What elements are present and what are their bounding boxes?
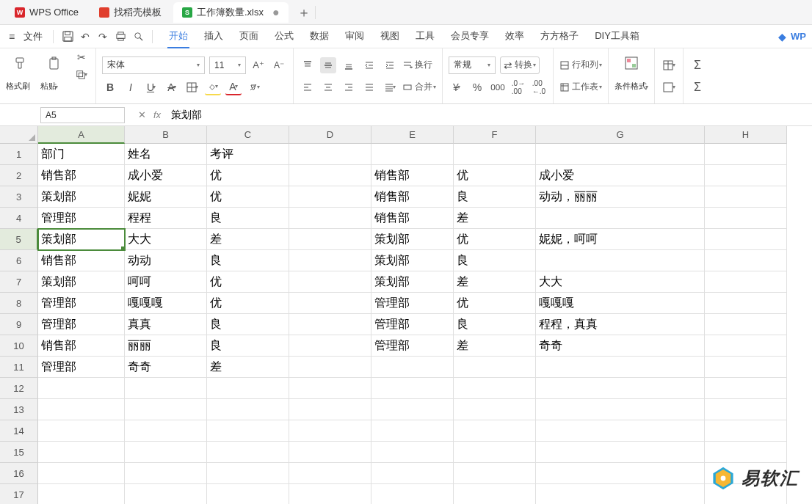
- italic-icon[interactable]: I: [123, 79, 139, 95]
- cell-E8[interactable]: 管理部: [371, 293, 454, 314]
- cell-C8[interactable]: 优: [207, 293, 289, 314]
- sum-dropdown-icon[interactable]: Σ: [689, 79, 706, 95]
- cell-E12[interactable]: [371, 378, 454, 399]
- decrease-font-icon[interactable]: A⁻: [271, 57, 287, 73]
- row-header-11[interactable]: 11: [0, 357, 38, 378]
- cell-F3[interactable]: 良: [454, 186, 536, 208]
- cell-B10[interactable]: 丽丽: [125, 335, 207, 357]
- cell-A3[interactable]: 策划部: [38, 186, 125, 208]
- cond-format-button[interactable]: 条件格式▾: [615, 81, 648, 92]
- cell-B14[interactable]: [125, 420, 207, 442]
- cell-D7[interactable]: [289, 271, 371, 293]
- decrease-indent-icon[interactable]: [361, 57, 377, 73]
- underline-icon[interactable]: U▾: [143, 79, 159, 95]
- cell-B9[interactable]: 真真: [125, 314, 207, 335]
- cell-C10[interactable]: 良: [207, 335, 289, 357]
- paste-label[interactable]: 粘贴▾: [40, 81, 58, 92]
- cell-G3[interactable]: 动动，丽丽: [536, 186, 705, 208]
- app-tab-workbook[interactable]: S 工作簿数量.xlsx ●: [173, 2, 289, 23]
- select-all-button[interactable]: [0, 126, 38, 144]
- column-header-E[interactable]: E: [371, 126, 454, 144]
- column-header-G[interactable]: G: [536, 126, 705, 144]
- increase-decimal-icon[interactable]: .00←.0: [531, 79, 547, 95]
- cell-B3[interactable]: 妮妮: [125, 186, 207, 208]
- cell-E5[interactable]: 策划部: [371, 229, 454, 250]
- increase-font-icon[interactable]: A⁺: [250, 57, 267, 73]
- decrease-decimal-icon[interactable]: .0→.00: [510, 79, 526, 95]
- cell-F2[interactable]: 优: [454, 165, 536, 186]
- clear-format-icon[interactable]: ▾: [246, 79, 262, 95]
- cell-E6[interactable]: 策划部: [371, 250, 454, 271]
- format-table-icon[interactable]: ▾: [661, 57, 677, 73]
- cell-A5[interactable]: 策划部: [38, 229, 125, 250]
- cell-G15[interactable]: [536, 442, 705, 463]
- cell-E15[interactable]: [371, 442, 454, 463]
- cell-D3[interactable]: [289, 186, 371, 208]
- row-header-3[interactable]: 3: [0, 186, 38, 208]
- strikethrough-icon[interactable]: A▾: [164, 79, 180, 95]
- cell-B2[interactable]: 成小爱: [125, 165, 207, 186]
- row-header-8[interactable]: 8: [0, 293, 38, 314]
- row-header-13[interactable]: 13: [0, 399, 38, 420]
- cell-B8[interactable]: 嘎嘎嘎: [125, 293, 207, 314]
- cell-A17[interactable]: [38, 484, 125, 504]
- cell-B4[interactable]: 程程: [125, 208, 207, 229]
- fx-icon[interactable]: fx: [153, 109, 161, 120]
- row-header-6[interactable]: 6: [0, 250, 38, 271]
- cell-G4[interactable]: [536, 208, 705, 229]
- cell-G1[interactable]: [536, 144, 705, 165]
- align-top-icon[interactable]: [300, 57, 316, 73]
- currency-icon[interactable]: ¥▾: [449, 79, 465, 95]
- wrap-text-button[interactable]: 换行: [402, 57, 432, 73]
- cell-D8[interactable]: [289, 293, 371, 314]
- cell-H9[interactable]: [705, 314, 787, 335]
- row-header-15[interactable]: 15: [0, 442, 38, 463]
- cell-D10[interactable]: [289, 335, 371, 357]
- paste-button[interactable]: [40, 55, 69, 76]
- row-header-7[interactable]: 7: [0, 271, 38, 293]
- cell-G5[interactable]: 妮妮，呵呵: [536, 229, 705, 250]
- cell-A12[interactable]: [38, 378, 125, 399]
- cell-G6[interactable]: [536, 250, 705, 271]
- row-header-9[interactable]: 9: [0, 314, 38, 335]
- cell-D6[interactable]: [289, 250, 371, 271]
- wp-label[interactable]: WP: [791, 31, 806, 42]
- undo-icon[interactable]: ↶: [77, 29, 93, 45]
- cell-H3[interactable]: [705, 186, 787, 208]
- cell-A1[interactable]: 部门: [38, 144, 125, 165]
- cell-F4[interactable]: 差: [454, 208, 536, 229]
- cell-F14[interactable]: [454, 420, 536, 442]
- cell-H11[interactable]: [705, 357, 787, 378]
- file-menu[interactable]: 文件: [19, 27, 47, 46]
- cell-E4[interactable]: 销售部: [371, 208, 454, 229]
- cell-F11[interactable]: [454, 357, 536, 378]
- rowcol-button[interactable]: 行和列▾: [559, 57, 602, 73]
- cell-E11[interactable]: [371, 357, 454, 378]
- increase-indent-icon[interactable]: [382, 57, 398, 73]
- cell-F8[interactable]: 优: [454, 293, 536, 314]
- merge-button[interactable]: 合并▾: [402, 79, 436, 95]
- cell-F13[interactable]: [454, 399, 536, 420]
- cell-D9[interactable]: [289, 314, 371, 335]
- cell-F12[interactable]: [454, 378, 536, 399]
- cell-G14[interactable]: [536, 420, 705, 442]
- cell-C7[interactable]: 优: [207, 271, 289, 293]
- cell-B6[interactable]: 动动: [125, 250, 207, 271]
- cell-F16[interactable]: [454, 463, 536, 484]
- row-header-14[interactable]: 14: [0, 420, 38, 442]
- app-tab-docer[interactable]: 找稻壳模板: [90, 2, 170, 23]
- cell-H1[interactable]: [705, 144, 787, 165]
- cell-D15[interactable]: [289, 442, 371, 463]
- convert-button[interactable]: ⇄ 转换▾: [500, 56, 540, 74]
- cell-A7[interactable]: 策划部: [38, 271, 125, 293]
- cell-E14[interactable]: [371, 420, 454, 442]
- save-icon[interactable]: [59, 29, 76, 45]
- cell-D16[interactable]: [289, 463, 371, 484]
- fill-color-icon[interactable]: ▾: [205, 79, 221, 95]
- cell-C2[interactable]: 优: [207, 165, 289, 186]
- tab-ffgz[interactable]: 方方格子: [539, 25, 580, 48]
- cell-D5[interactable]: [289, 229, 371, 250]
- cell-E3[interactable]: 销售部: [371, 186, 454, 208]
- cell-D1[interactable]: [289, 144, 371, 165]
- row-header-2[interactable]: 2: [0, 165, 38, 186]
